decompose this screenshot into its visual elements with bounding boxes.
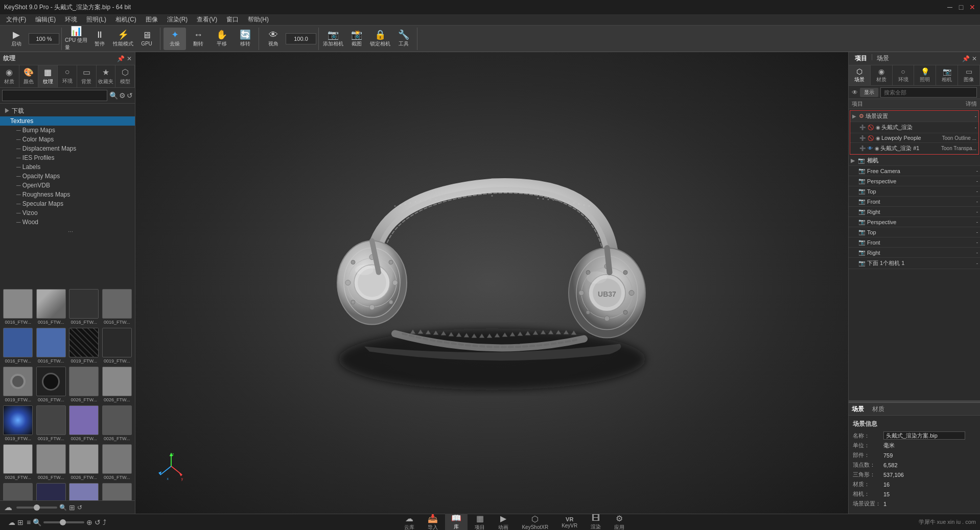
rotate-button[interactable]: 🔄 移转 [234, 28, 256, 50]
tree-item-wood[interactable]: ─ Wood [0, 218, 135, 227]
menu-image[interactable]: 图像 [142, 14, 162, 25]
thumb-0026-4[interactable]: 0026_FTW... [101, 404, 133, 442]
pause-button[interactable]: ⏸ 暂停 [88, 28, 111, 50]
cloud-icon[interactable]: ☁ [4, 502, 12, 512]
options-bottom-icon[interactable]: ↺ [95, 518, 101, 526]
thumb-0016-5[interactable]: 0016_FTW... [2, 327, 34, 365]
tab-favorites[interactable]: ★ 收藏夹 [97, 65, 116, 87]
thumb-0027-3[interactable]: 0027_deni... [68, 482, 100, 500]
menu-lighting[interactable]: 照明(L) [82, 14, 110, 25]
scene-camera-top[interactable]: 📷 Top - [849, 186, 980, 197]
right-tab-environment[interactable]: ○ 环境 [893, 65, 915, 85]
scene-item-settings[interactable]: ▶ ⚙ 场景设置 - [850, 111, 978, 122]
menu-environment[interactable]: 环境 [61, 14, 81, 25]
tab-environment[interactable]: ○ 环境 [58, 65, 77, 87]
tree-item-textures[interactable]: Textures [0, 116, 135, 126]
lock-camera-button[interactable]: 🔒 锁定相机 [369, 28, 391, 50]
scene-camera-free[interactable]: 📷 Free Camera - [849, 166, 980, 176]
thumb-0026-7[interactable]: 0026_FTW... [68, 443, 100, 481]
bottom-tab-animation[interactable]: ▶ 动画 [492, 513, 515, 531]
view-options-icon[interactable]: ⊞ [69, 503, 75, 512]
scene-filter-button[interactable]: 显示 [860, 88, 878, 97]
scene-item-lowpoly[interactable]: ➕ 🚫 ◉ Lowpoly People Toon Outline ... [850, 133, 978, 143]
minimize-button[interactable]: ─ [946, 4, 953, 11]
thumb-0019-4[interactable]: 0026_FTW... [35, 366, 67, 403]
search-clear-icon[interactable]: ↺ [127, 90, 133, 101]
thumb-0019-5[interactable]: 0019_FTW... [35, 404, 67, 442]
pan-button[interactable]: ✋ 平移 [211, 28, 233, 50]
bottom-tab-library[interactable]: 📖 库 [445, 512, 468, 531]
cpu-button[interactable]: 📊 CPU 使用量 [65, 28, 87, 50]
thumb-0027-2[interactable]: 0027_deni... [35, 482, 67, 500]
grid-view-icon[interactable]: ⊞ [17, 518, 24, 526]
tree-root-downloads[interactable]: ▶ 下载 [0, 106, 135, 116]
right-tab-lighting[interactable]: 💡 照明 [914, 65, 936, 85]
tree-item-openvdb[interactable]: ─ OpenVDB [0, 181, 135, 190]
scene-camera-top2[interactable]: 📷 Top - [849, 227, 980, 237]
menu-view[interactable]: 查看(V) [193, 14, 221, 25]
right-tab-camera[interactable]: 📷 相机 [936, 65, 958, 85]
camera-section-header[interactable]: ▶ 📷 相机 [849, 156, 980, 166]
thumb-0016-6[interactable]: 0016_FTW... [35, 327, 67, 365]
scene-camera-perspective[interactable]: 📷 Perspective - [849, 176, 980, 186]
bottom-tab-render[interactable]: 🎞 渲染 [585, 513, 607, 530]
right-panel-close-icon[interactable]: ✕ [972, 55, 977, 62]
start-button[interactable]: ▶ 启动 [5, 28, 28, 50]
flip-button[interactable]: ↔ 翻转 [187, 28, 209, 50]
thumb-0027-4[interactable]: 0027_deni... [101, 482, 133, 500]
scene-item-headset-render[interactable]: ➕ 🚫 ◉ 头戴式_渲染 - [850, 122, 978, 133]
thumb-0016-1[interactable]: 0016_FTW... [2, 288, 34, 326]
zoom-slider[interactable] [16, 507, 57, 509]
tree-item-labels[interactable]: ─ Labels [0, 162, 135, 172]
thumb-0016-3[interactable]: 0016_FTW... [68, 288, 100, 326]
right-tab-scene[interactable]: ⬡ 场景 [849, 65, 871, 85]
scene-tab[interactable]: 场景 [874, 53, 892, 64]
scene-camera-perspective2[interactable]: 📷 Perspective - [849, 217, 980, 227]
menu-camera[interactable]: 相机(C) [111, 14, 141, 25]
left-panel-pin-icon[interactable]: 📌 [117, 55, 125, 62]
search-bottom-icon[interactable]: 🔍 [33, 518, 41, 526]
refresh-icon[interactable]: ↺ [77, 504, 82, 511]
scene-camera-front2[interactable]: 📷 Front - [849, 237, 980, 248]
thumb-0026-5[interactable]: 0026_FTW... [2, 443, 34, 481]
project-tab[interactable]: 项目 [852, 53, 870, 64]
maximize-button[interactable]: □ [958, 4, 965, 11]
tab-background[interactable]: ▭ 背景 [77, 65, 97, 87]
menu-render[interactable]: 渲染(R) [163, 14, 192, 25]
viewport[interactable]: UB37 [135, 52, 848, 514]
tab-model[interactable]: ⬡ 模型 [115, 65, 135, 87]
menu-edit[interactable]: 编辑(E) [31, 14, 60, 25]
right-panel-pin-icon[interactable]: 📌 [962, 55, 970, 62]
bottom-tab-keyvr[interactable]: VR KeyVR [555, 515, 584, 529]
thumb-0016-4[interactable]: 0016_FTW... [101, 288, 133, 326]
zoom-in-icon[interactable]: 🔍 [59, 504, 67, 511]
left-panel-close-icon[interactable]: ✕ [127, 55, 132, 62]
tab-materials[interactable]: ◉ 材质 [0, 65, 19, 87]
thumb-0026-8[interactable]: 0026_FTW... [101, 443, 133, 481]
tree-item-displacement-maps[interactable]: ─ Displacement Maps [0, 144, 135, 153]
scene-item-headset-render-1[interactable]: ➕ 👁 ◉ 头戴式_渲染 #1 Toon Transpa... [850, 143, 978, 154]
bottom-tab-import[interactable]: 📥 导入 [422, 513, 444, 531]
scene-search-input[interactable] [880, 87, 977, 98]
bottom-tab-keyshotxr[interactable]: ⬡ KeyShotXR [516, 513, 554, 530]
thumb-0019-3[interactable]: 0019_FTW... [2, 366, 34, 403]
thumb-0026-3[interactable]: 0026_FTW... [68, 404, 100, 442]
zoom-input[interactable] [29, 33, 59, 44]
thumb-0026-1[interactable]: 0026_FTW... [68, 366, 100, 403]
bottom-tab-project[interactable]: ▦ 项目 [469, 513, 491, 531]
gpu-button[interactable]: 🖥 GPU [135, 28, 158, 50]
scene-camera-front[interactable]: 📷 Front - [849, 197, 980, 207]
scene-camera-more[interactable]: 📷 下面 1个相机 1 - [849, 258, 980, 269]
tab-textures[interactable]: ▦ 纹理 [38, 65, 58, 87]
thumb-0019-2[interactable]: 0019_FTW... [101, 327, 133, 365]
tree-item-opacity-maps[interactable]: ─ Opacity Maps [0, 172, 135, 181]
bottom-tab-cloud[interactable]: ☁ 云库 [398, 513, 421, 531]
menu-window[interactable]: 窗口 [222, 14, 243, 25]
tab-color[interactable]: 🎨 颜色 [19, 65, 39, 87]
tree-item-color-maps[interactable]: ─ Color Maps [0, 135, 135, 144]
export-bottom-icon[interactable]: ⤴ [103, 518, 106, 526]
thumb-0016-2[interactable]: 0016_FTW... [35, 288, 67, 326]
thumb-size-slider[interactable] [43, 521, 84, 523]
screenshot-button[interactable]: 📸 截图 [345, 28, 368, 50]
thumb-0026-2[interactable]: 0026_FTW... [101, 366, 133, 403]
